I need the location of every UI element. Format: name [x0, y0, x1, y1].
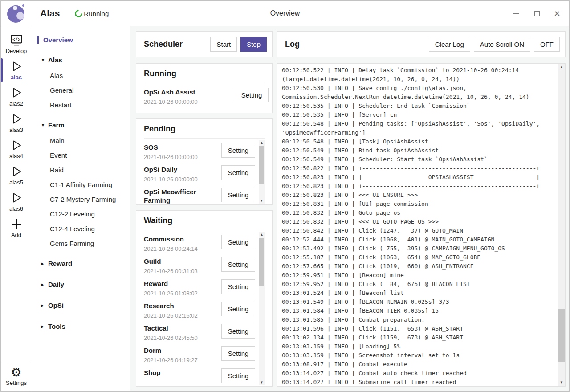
- minimize-icon[interactable]: [512, 10, 520, 18]
- sidebar-item-overview[interactable]: Overview: [32, 32, 130, 47]
- task-setting-button[interactable]: Setting: [235, 88, 269, 102]
- scrollbar-thumb[interactable]: [259, 238, 264, 286]
- rail-item-label: Develop: [6, 48, 27, 54]
- sidebar-item-c12-2-leveling[interactable]: C12-2 Leveling: [32, 207, 130, 221]
- auto-scroll-off-button[interactable]: OFF: [534, 37, 560, 52]
- task-setting-button[interactable]: Setting: [221, 368, 255, 383]
- task-setting-button[interactable]: Setting: [221, 188, 255, 202]
- task-row: Reward2021-10-26 01:08:02Setting: [144, 276, 255, 298]
- sidebar-item-event[interactable]: Event: [32, 148, 130, 163]
- alas-logo-icon: [6, 4, 26, 23]
- waiting-scrollbar[interactable]: ▲ ▼: [259, 232, 265, 385]
- task-info: Guild2021-10-26 00:31:03: [144, 257, 219, 274]
- task-row: Guild2021-10-26 00:31:03Setting: [144, 253, 255, 276]
- scroll-up-icon[interactable]: ▲: [259, 140, 265, 146]
- task-setting-button[interactable]: Setting: [221, 324, 255, 339]
- rail-item-alas[interactable]: alas: [1, 57, 32, 83]
- play-icon: [10, 86, 23, 99]
- scroll-up-icon[interactable]: ▲: [558, 64, 565, 70]
- task-setting-button[interactable]: Setting: [221, 143, 255, 158]
- scrollbar-thumb[interactable]: [558, 309, 565, 362]
- log-line: 00:13:01.524 | INFO | [Beacon] list: [282, 289, 557, 298]
- waiting-heading: Waiting: [144, 216, 265, 230]
- log-output[interactable]: 00:12:50.522 | INFO | Delay task `Commis…: [277, 63, 566, 387]
- log-line: 00:12:50.822 | INFO | +-----------------…: [282, 164, 557, 173]
- log-line: 00:12:50.535 | INFO | Scheduler: End tas…: [282, 102, 557, 110]
- task-next-run-time: 2021-10-26 04:19:27: [144, 357, 219, 363]
- sidebar-group-daily[interactable]: ▶Daily: [32, 272, 130, 293]
- running-card: Running OpSi Ash Assist2021-10-26 00:00:…: [136, 63, 273, 113]
- sidebar-item-restart[interactable]: Restart: [32, 98, 130, 112]
- task-info: Reward2021-10-26 01:08:02: [144, 279, 219, 297]
- rail-item-alas4[interactable]: alas4: [1, 136, 32, 162]
- sidebar-group-opsi[interactable]: ▶OpSi: [32, 293, 130, 314]
- sidebar-item-gems-farming[interactable]: Gems Farming: [32, 236, 130, 251]
- maximize-icon[interactable]: [533, 10, 541, 18]
- sidebar-item-alas[interactable]: Alas: [32, 68, 130, 83]
- sidebar-group-tools[interactable]: ▶Tools: [32, 314, 130, 335]
- status-label: Running: [84, 10, 109, 17]
- rail-item-add[interactable]: Add: [1, 215, 32, 241]
- log-line: 00:12:50.832 | INFO | Goto page_os: [282, 208, 557, 217]
- scheduler-stop-button[interactable]: Stop: [240, 37, 267, 52]
- log-line: 00:12:52.444 | INFO | Click (1068, 401) …: [282, 235, 557, 244]
- config-nav: Overview▼AlasAlasGeneralRestart▼FarmMain…: [32, 26, 130, 391]
- scrollbar-thumb[interactable]: [259, 146, 264, 184]
- log-line: 00:12:50.535 | INFO | [Server] cn: [282, 110, 557, 119]
- develop-icon: </>: [10, 33, 23, 47]
- sidebar-item-raid[interactable]: Raid: [32, 163, 130, 177]
- scroll-down-icon[interactable]: ▼: [259, 380, 265, 385]
- rail-item-alas5[interactable]: alas5: [1, 162, 32, 188]
- pending-scrollbar[interactable]: ▲ ▼: [259, 140, 265, 204]
- sidebar-item-c1-1-affinity-farming[interactable]: C1-1 Affinity Farming: [32, 177, 130, 192]
- scroll-up-icon[interactable]: ▲: [259, 232, 265, 237]
- rail-item-label: alas3: [9, 127, 23, 133]
- task-info: Tactical2021-10-26 02:45:50: [144, 324, 219, 341]
- sidebar-group-alas[interactable]: ▼Alas: [32, 47, 130, 68]
- scheduler-start-button[interactable]: Start: [210, 37, 237, 52]
- log-line: 'OpsiMeowfficerFarming']: [282, 128, 557, 137]
- log-scrollbar[interactable]: ▲ ▼: [558, 64, 565, 386]
- task-setting-button[interactable]: Setting: [221, 257, 255, 272]
- chevron-right-icon: ▶: [41, 261, 48, 266]
- auto-scroll-on-button[interactable]: Auto Scroll ON: [474, 37, 530, 52]
- task-row: SOS2021-10-26 00:00:00Setting: [144, 139, 255, 162]
- log-line: 00:13:14.027 | INFO | Combat auto check …: [282, 369, 557, 378]
- task-setting-button[interactable]: Setting: [221, 165, 255, 180]
- log-line: 00:12:50.530 | INFO | Save config ./conf…: [282, 84, 557, 93]
- task-setting-button[interactable]: Setting: [221, 302, 255, 316]
- sidebar-group-reward[interactable]: ▶Reward: [32, 251, 130, 272]
- scroll-down-icon[interactable]: ▼: [558, 380, 565, 386]
- rail-item-alas2[interactable]: alas2: [1, 83, 32, 110]
- play-icon: [10, 139, 23, 152]
- log-line: 00:13:08.917 | INFO | Combat execute: [282, 360, 557, 369]
- settings-button[interactable]: ⚙ Settings: [1, 360, 32, 391]
- rail-item-alas6[interactable]: alas6: [1, 188, 32, 215]
- pending-card: Pending SOS2021-10-26 00:00:00SettingOpS…: [136, 118, 273, 205]
- sidebar-item-general[interactable]: General: [32, 83, 130, 98]
- rail-item-label: alas6: [9, 205, 23, 212]
- rail-item-label: alas5: [9, 179, 23, 186]
- rail-item-develop[interactable]: </>Develop: [1, 31, 32, 57]
- task-name: OpSi Meowfficer Farming: [144, 188, 219, 204]
- chevron-down-icon: ▼: [41, 123, 48, 127]
- task-setting-button[interactable]: Setting: [221, 346, 255, 361]
- clear-log-button[interactable]: Clear Log: [429, 37, 470, 52]
- log-panel-header: Log Clear Log Auto Scroll ON OFF: [277, 31, 566, 57]
- sidebar-group-farm[interactable]: ▼Farm: [32, 112, 130, 133]
- task-name: Reward: [144, 279, 219, 288]
- task-row: ShopSetting: [144, 365, 255, 387]
- sidebar-item-c7-2-mystery-farming[interactable]: C7-2 Mystery Farming: [32, 192, 130, 207]
- task-setting-button[interactable]: Setting: [221, 279, 255, 294]
- chevron-right-icon: ▶: [41, 303, 48, 308]
- rail-item-alas3[interactable]: alas3: [1, 110, 32, 136]
- main-content: Scheduler Start Stop Running OpSi Ash As…: [130, 26, 569, 391]
- close-icon[interactable]: ✕: [553, 10, 561, 18]
- sidebar-item-c12-4-leveling[interactable]: C12-4 Leveling: [32, 221, 130, 236]
- rail-item-label: alas: [11, 74, 22, 81]
- sidebar-item-main[interactable]: Main: [32, 133, 130, 148]
- log-title: Log: [285, 40, 429, 49]
- task-setting-button[interactable]: Setting: [221, 235, 255, 249]
- scroll-down-icon[interactable]: ▼: [259, 198, 265, 204]
- chevron-right-icon: ▶: [41, 324, 48, 329]
